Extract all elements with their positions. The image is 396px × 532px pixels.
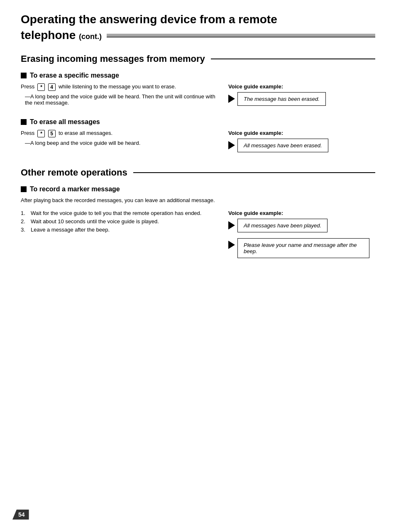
press-instruction-2: Press * 5 to erase all messages. [21, 130, 220, 137]
main-title-block: Operating the answering device from a re… [21, 12, 375, 44]
arrow-icon-2 [228, 141, 235, 149]
key-4: 4 [48, 83, 56, 91]
subsection-erase-all-heading: To erase all messages [21, 118, 375, 126]
subsection-erase-specific-heading: To erase a specific message [21, 72, 375, 79]
key-star-2: * [37, 130, 45, 137]
arrow-icon-1 [228, 95, 235, 103]
key-5: 5 [48, 130, 56, 137]
voice-guide-box-4: Please leave your name and message after… [237, 238, 369, 258]
erase-specific-left: Press * 4 while listening to the message… [21, 83, 220, 109]
bullet-icon-2 [21, 119, 27, 125]
page-number: 54 [12, 510, 29, 520]
arrow-icon-3 [228, 221, 235, 229]
marker-left: 1. Wait for the voice guide to tell you … [21, 210, 220, 261]
press-instruction-1: Press * 4 while listening to the message… [21, 83, 220, 91]
voice-guide-arrow-row-3: All messages have been played. [228, 219, 369, 236]
section-other-title: Other remote operations [21, 167, 375, 178]
arrow-icon-4 [228, 241, 235, 249]
marker-intro: After playing back the recorded messages… [21, 197, 375, 203]
title-text-line1: Operating the answering device from a re… [21, 13, 277, 26]
erase-all-content: Press * 5 to erase all messages. —A long… [21, 130, 375, 156]
list-item: 2. Wait about 10 seconds until the voice… [21, 218, 220, 225]
subsection-erase-all: To erase all messages Press * 5 to erase… [21, 118, 375, 156]
key-star-1: * [37, 83, 45, 91]
desc-erase-specific: —A long beep and the voice guide will be… [21, 93, 220, 106]
marker-steps-list: 1. Wait for the voice guide to tell you … [21, 210, 220, 233]
desc-erase-all: —A long beep and the voice guide will be… [21, 140, 220, 146]
section-erasing: Erasing incoming messages from memory To… [21, 54, 375, 156]
marker-right: Voice guide example: All messages have b… [228, 210, 369, 261]
main-title-line1: Operating the answering device from a re… [21, 12, 375, 27]
main-title-line2-text: telephone (cont.) [21, 28, 102, 42]
erase-all-right: Voice guide example: All messages have b… [228, 130, 369, 156]
section1-title-line [211, 59, 375, 59]
subsection-erase-specific: To erase a specific message Press * 4 wh… [21, 72, 375, 109]
main-title-line2-rule: telephone (cont.) [21, 28, 375, 44]
voice-guide-arrow-row-1: The message has been erased. [228, 92, 369, 109]
voice-guide-arrow-row-2: All messages have been erased. [228, 139, 369, 156]
voice-guide-label-3: Voice guide example: [228, 210, 369, 216]
subsection-marker-heading: To record a marker message [21, 185, 375, 193]
voice-guide-label-1: Voice guide example: [228, 83, 369, 90]
footer: 54 [12, 510, 29, 520]
erase-specific-content: Press * 4 while listening to the message… [21, 83, 375, 109]
marker-content: 1. Wait for the voice guide to tell you … [21, 210, 375, 261]
voice-guide-box-2: All messages have been erased. [237, 139, 328, 152]
subsection-marker-message: To record a marker message After playing… [21, 185, 375, 261]
section2-title-line [133, 172, 375, 173]
list-item: 3. Leave a message after the beep. [21, 227, 220, 233]
voice-guide-label-2: Voice guide example: [228, 130, 369, 136]
voice-guide-box-1: The message has been erased. [237, 92, 326, 106]
list-item: 1. Wait for the voice guide to tell you … [21, 210, 220, 216]
bullet-icon [21, 73, 27, 78]
section-erasing-title: Erasing incoming messages from memory [21, 54, 375, 64]
erase-all-left: Press * 5 to erase all messages. —A long… [21, 130, 220, 156]
section-other-remote: Other remote operations To record a mark… [21, 167, 375, 261]
voice-guide-arrow-row-4: Please leave your name and message after… [228, 238, 369, 261]
erase-specific-right: Voice guide example: The message has bee… [228, 83, 369, 109]
voice-guide-box-3: All messages have been played. [237, 219, 328, 232]
title-rule-decoration [107, 34, 375, 37]
bullet-icon-3 [21, 186, 27, 192]
